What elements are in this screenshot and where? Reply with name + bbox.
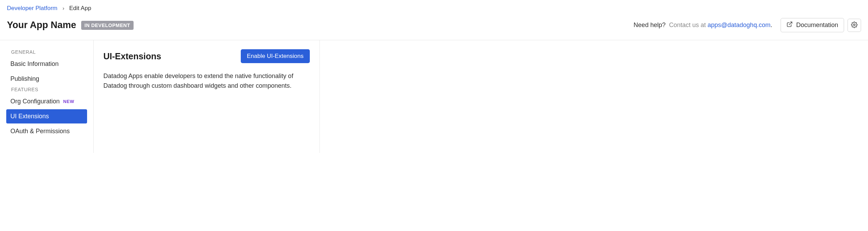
sidebar-item-label: Org Configuration [10,98,60,105]
chevron-right-icon [62,6,65,11]
svg-point-1 [853,24,855,26]
sidebar: GENERAL Basic Information Publishing FEA… [0,40,94,153]
gear-icon [851,22,858,29]
sidebar-item-org-configuration[interactable]: Org Configuration NEW [6,94,87,109]
help-email-link[interactable]: apps@datadoghq.com [708,22,771,28]
page-title: Your App Name [7,20,76,31]
sidebar-item-label: Publishing [10,75,39,83]
sidebar-item-ui-extensions[interactable]: UI Extensions [6,109,87,123]
main-title: UI-Extensions [103,51,161,61]
breadcrumb-root-link[interactable]: Developer Platform [7,5,58,12]
documentation-button[interactable]: Documentation [781,18,844,32]
svg-line-0 [789,22,792,25]
breadcrumb: Developer Platform Edit App [0,0,868,15]
status-badge: IN DEVELOPMENT [81,21,134,30]
contact-label: Contact us at [669,22,707,28]
sidebar-item-oauth-permissions[interactable]: OAuth & Permissions [6,124,87,138]
settings-button[interactable] [848,19,861,32]
documentation-label: Documentation [796,22,838,29]
breadcrumb-current: Edit App [69,5,91,12]
sidebar-header-general: GENERAL [10,49,87,55]
sidebar-item-basic-information[interactable]: Basic Information [6,57,87,71]
sidebar-item-label: OAuth & Permissions [10,128,70,135]
sidebar-item-publishing[interactable]: Publishing [6,72,87,86]
main-content: UI-Extensions Enable UI-Extensions Datad… [94,40,320,153]
new-badge: NEW [63,99,74,104]
external-link-icon [786,21,793,29]
sidebar-item-label: UI Extensions [10,113,49,120]
help-period: . [771,22,772,28]
enable-ui-extensions-button[interactable]: Enable UI-Extensions [241,49,310,63]
main-description: Datadog Apps enable developers to extend… [103,71,310,91]
sidebar-item-label: Basic Information [10,60,59,68]
sidebar-header-features: FEATURES [10,87,87,92]
help-label: Need help? [633,22,665,29]
page-header: Your App Name IN DEVELOPMENT Need help? … [0,15,868,40]
